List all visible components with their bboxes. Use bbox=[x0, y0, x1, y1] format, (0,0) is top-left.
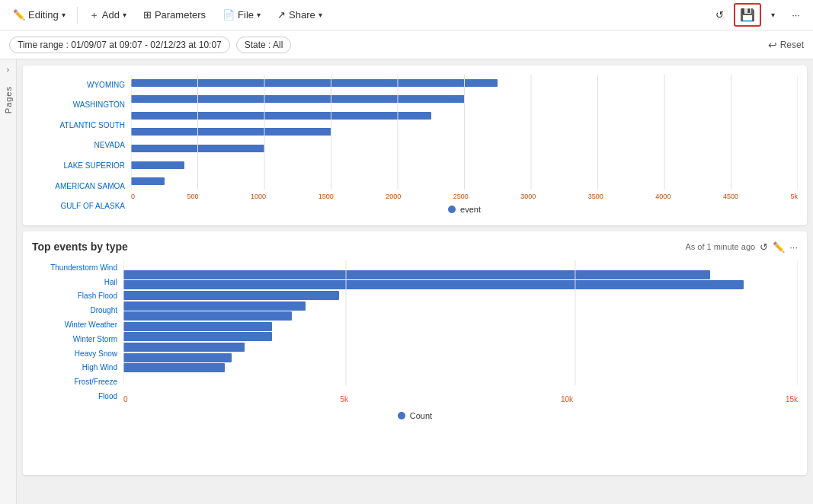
bottom-chart-title: Top events by type bbox=[32, 241, 128, 253]
top-chart-y-labels: WYOMING WASHINGTON ATLANTIC SOUTH NEVADA… bbox=[32, 75, 131, 216]
reset-area[interactable]: ↩ Reset bbox=[768, 39, 804, 51]
y-b-4: Winter Weather bbox=[32, 321, 117, 329]
bottom-chart-area: Thunderstorm Wind Hail Flash Flood Droug… bbox=[32, 260, 798, 404]
add-button[interactable]: ＋ Add ▾ bbox=[82, 5, 133, 26]
y-b-5: Winter Storm bbox=[32, 335, 117, 343]
filter-bar: Time range : 01/09/07 at 09:07 - 02/12/2… bbox=[0, 30, 813, 59]
x-label-8: 4000 bbox=[655, 193, 671, 200]
parameters-icon: ⊞ bbox=[143, 9, 152, 21]
legend-dot-event bbox=[448, 206, 456, 213]
parameters-label: Parameters bbox=[155, 9, 206, 21]
y-b-6: Heavy Snow bbox=[32, 349, 117, 358]
refresh-icon: ↺ bbox=[715, 9, 724, 21]
time-range-label: Time range : 01/09/07 at 09:07 - 02/12/2… bbox=[18, 40, 222, 50]
chevron-down-icon-add: ▾ bbox=[123, 11, 126, 19]
bottom-chart-header: Top events by type As of 1 minute ago ↺ … bbox=[32, 241, 798, 253]
legend-dot-count bbox=[398, 412, 405, 419]
bottom-chart-bars-area: 0 5k 10k 15k bbox=[123, 260, 798, 404]
content-area: WYOMING WASHINGTON ATLANTIC SOUTH NEVADA… bbox=[17, 59, 813, 504]
pages-chevron-icon: › bbox=[7, 65, 9, 74]
save-icon: 💾 bbox=[740, 8, 755, 22]
file-icon: 📄 bbox=[222, 9, 235, 21]
y-label-1: WASHINGTON bbox=[32, 100, 125, 109]
y-b-2: Flash Flood bbox=[32, 292, 117, 300]
y-label-4: LAKE SUPERIOR bbox=[32, 161, 125, 170]
chevron-down-icon: ▾ bbox=[62, 11, 66, 19]
x-label-3: 1500 bbox=[318, 193, 334, 200]
bottom-gridlines bbox=[123, 260, 798, 385]
x-label-2: 1000 bbox=[251, 193, 266, 200]
y-b-0: Thunderstorm Wind bbox=[32, 263, 117, 272]
legend-label-event: event bbox=[460, 205, 481, 214]
y-label-2: ATLANTIC SOUTH bbox=[32, 121, 125, 129]
editing-label: Editing bbox=[28, 9, 59, 21]
plus-icon: ＋ bbox=[89, 8, 99, 22]
y-b-7: High Wind bbox=[32, 363, 117, 372]
share-label: Share bbox=[289, 9, 315, 21]
divider-1 bbox=[77, 7, 78, 24]
toolbar: ✏️ Editing ▾ ＋ Add ▾ ⊞ Parameters 📄 File… bbox=[0, 0, 813, 30]
add-label: Add bbox=[102, 9, 120, 21]
parameters-button[interactable]: ⊞ Parameters bbox=[136, 5, 213, 24]
y-b-1: Hail bbox=[32, 278, 117, 286]
bottom-chart-card: Top events by type As of 1 minute ago ↺ … bbox=[23, 231, 807, 475]
save-button[interactable]: 💾 bbox=[734, 3, 761, 27]
ellipsis-button[interactable]: ··· bbox=[785, 5, 807, 24]
more-chevron-button[interactable]: ▾ bbox=[764, 7, 782, 23]
x-label-1: 500 bbox=[187, 193, 199, 200]
state-label: State : All bbox=[245, 40, 283, 50]
x-b-0: 0 bbox=[123, 395, 128, 404]
top-chart-card: WYOMING WASHINGTON ATLANTIC SOUTH NEVADA… bbox=[23, 65, 807, 225]
x-label-9: 4500 bbox=[723, 193, 738, 200]
ellipsis-icon: ··· bbox=[792, 9, 800, 21]
chevron-down-icon-share: ▾ bbox=[318, 11, 322, 19]
chevron-down-icon-more: ▾ bbox=[771, 11, 775, 19]
file-label: File bbox=[238, 9, 254, 21]
y-label-5: AMERICAN SAMOA bbox=[32, 182, 125, 190]
x-b-3: 15k bbox=[786, 395, 798, 404]
edit-chart-icon[interactable]: ✏️ bbox=[773, 241, 785, 253]
refresh-chart-icon[interactable]: ↺ bbox=[760, 241, 768, 253]
state-filter[interactable]: State : All bbox=[236, 37, 292, 53]
more-options-icon[interactable]: ··· bbox=[789, 241, 798, 253]
pages-label: Pages bbox=[4, 86, 13, 113]
x-label-5: 2500 bbox=[453, 193, 469, 200]
y-label-3: NEVADA bbox=[32, 141, 125, 149]
x-b-2: 10k bbox=[561, 395, 573, 404]
undo-icon: ↩ bbox=[768, 39, 777, 51]
chevron-down-icon-file: ▾ bbox=[257, 11, 261, 19]
y-label-6: GULF OF ALASKA bbox=[32, 202, 125, 210]
bottom-chart-x-axis: 0 5k 10k 15k bbox=[123, 395, 798, 404]
y-b-3: Drought bbox=[32, 306, 117, 314]
y-b-8: Frost/Freeze bbox=[32, 378, 117, 386]
x-label-7: 3500 bbox=[588, 193, 603, 200]
pages-sidebar[interactable]: › Pages bbox=[0, 59, 17, 504]
x-label-4: 2000 bbox=[386, 193, 401, 200]
file-button[interactable]: 📄 File ▾ bbox=[216, 5, 267, 24]
legend-label-count: Count bbox=[410, 411, 432, 420]
top-chart-legend: event bbox=[131, 205, 798, 214]
x-b-1: 5k bbox=[340, 395, 348, 404]
bottom-chart-meta: As of 1 minute ago ↺ ✏️ ··· bbox=[685, 241, 798, 253]
main-area: › Pages WYOMING WASHINGTON ATLANTIC SOUT… bbox=[0, 59, 813, 504]
gridlines-svg bbox=[131, 75, 798, 190]
pencil-icon: ✏️ bbox=[13, 9, 25, 21]
refresh-button[interactable]: ↺ bbox=[709, 5, 731, 24]
top-chart-area: WYOMING WASHINGTON ATLANTIC SOUTH NEVADA… bbox=[32, 75, 798, 216]
share-button[interactable]: ↗ Share ▾ bbox=[270, 5, 329, 24]
reset-label: Reset bbox=[780, 40, 804, 50]
y-label-0: WYOMING bbox=[32, 81, 125, 89]
editing-button[interactable]: ✏️ Editing ▾ bbox=[6, 5, 72, 24]
y-b-9: Flood bbox=[32, 392, 117, 400]
bottom-chart-y-labels: Thunderstorm Wind Hail Flash Flood Droug… bbox=[32, 260, 123, 404]
toolbar-right: ↺ 💾 ▾ ··· bbox=[709, 3, 807, 27]
time-range-filter[interactable]: Time range : 01/09/07 at 09:07 - 02/12/2… bbox=[9, 37, 230, 53]
x-label-6: 3000 bbox=[520, 193, 536, 200]
top-chart-x-axis: 0 500 1000 1500 2000 2500 3000 3500 4000… bbox=[131, 193, 798, 200]
meta-text: As of 1 minute ago bbox=[685, 242, 755, 251]
share-icon: ↗ bbox=[277, 9, 286, 21]
x-label-0: 0 bbox=[131, 193, 135, 200]
x-label-10: 5k bbox=[790, 193, 798, 200]
bottom-chart-legend: Count bbox=[32, 411, 798, 420]
